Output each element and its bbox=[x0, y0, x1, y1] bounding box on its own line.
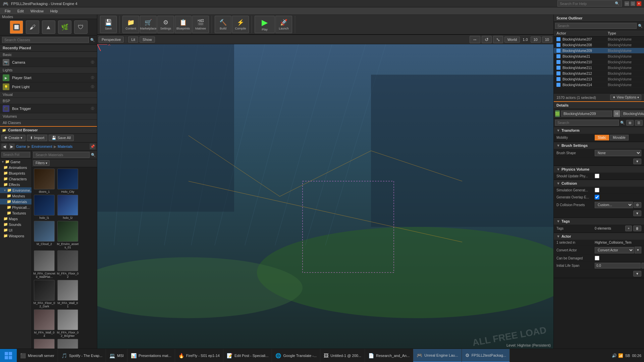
placed-item-pointlight[interactable]: 💡 Point Light ⓪ bbox=[0, 82, 97, 92]
brush-settings-header[interactable]: ▼ Brush Settings bbox=[554, 142, 644, 149]
start-button[interactable] bbox=[0, 349, 17, 362]
can-be-damaged-checkbox[interactable] bbox=[595, 256, 599, 260]
asset-wall05[interactable]: M_FFA_Wall_05 bbox=[57, 339, 79, 349]
so-item-4[interactable]: BlockingVolume210 BlockingVolume bbox=[554, 59, 644, 65]
asset-floor02-brighter[interactable]: M_FFA_Floor_02_Brighter bbox=[57, 309, 79, 338]
paint-mode-btn[interactable]: 🖌 bbox=[26, 20, 39, 34]
vp-translate-btn[interactable]: ↔ bbox=[470, 36, 480, 43]
taskbar-untitled[interactable]: 🖼 Untitled-1 @ 200... bbox=[320, 349, 365, 362]
asset-wall04[interactable]: M_FFA_Wall_04 bbox=[33, 309, 55, 338]
taskbar-unreal[interactable]: 🎮 Unreal Engine Lau... bbox=[413, 349, 462, 362]
so-item-3[interactable]: BlockingVolume21 BlockingVolume bbox=[554, 54, 644, 59]
close-btn[interactable]: ✕ bbox=[637, 1, 641, 6]
presets-select[interactable]: Custom... bbox=[595, 202, 633, 208]
tree-maps[interactable]: 📁 Maps bbox=[0, 216, 32, 222]
details-search-input[interactable] bbox=[555, 120, 619, 126]
so-item-5[interactable]: BlockingVolume211 BlockingVolume bbox=[554, 65, 644, 71]
tree-environment[interactable]: ▼ 📁 Environme... bbox=[0, 187, 32, 193]
menu-edit[interactable]: Edit bbox=[14, 8, 27, 14]
nav-back-btn[interactable]: ◀ bbox=[1, 143, 7, 149]
minimize-btn[interactable]: — bbox=[625, 1, 629, 6]
taskbar-minecraft[interactable]: ⬛ Minecraft server bbox=[17, 349, 58, 362]
nav-forward-btn[interactable]: ▶ bbox=[9, 143, 15, 149]
tags-remove-btn[interactable]: 🗑 bbox=[633, 226, 641, 231]
nav-lock-btn[interactable]: 📌 bbox=[90, 143, 96, 149]
tree-game[interactable]: ▼ 📁 Game bbox=[0, 159, 32, 165]
asset-cloud2[interactable]: M_Cloud_2 bbox=[33, 221, 55, 249]
play-btn[interactable]: ▶ Play bbox=[255, 16, 275, 33]
asset-env-assets[interactable]: M_Enviro_assets_01 bbox=[57, 221, 79, 249]
so-item-2[interactable]: BlockingVolume209 BlockingVolume bbox=[554, 48, 644, 54]
actor-file-input[interactable] bbox=[621, 111, 644, 117]
landscape-mode-btn[interactable]: ▲ bbox=[42, 20, 55, 34]
lit-btn[interactable]: Lit bbox=[128, 37, 138, 43]
placed-item-camera[interactable]: 📷 Camera ⓪ bbox=[0, 58, 97, 67]
create-btn[interactable]: ✚ Create ▾ bbox=[1, 135, 25, 141]
convert-actor-dropdown-btn[interactable]: ▼ bbox=[635, 247, 641, 253]
asset-wall04-brighter[interactable]: M_FFA_Wall_04_Brighter... bbox=[33, 339, 55, 349]
vp-rotate-btn[interactable]: ↺ bbox=[482, 36, 492, 43]
so-item-7[interactable]: BlockingVolume213 BlockingVolume bbox=[554, 76, 644, 82]
content-btn[interactable]: 📁 Content bbox=[122, 16, 139, 33]
taskbar-fps[interactable]: ⚙ FPSLL2testPackag... bbox=[462, 349, 510, 362]
taskbar-firefly[interactable]: 🔥 FireFly - S01 ep1-14 bbox=[175, 349, 223, 362]
filters-btn[interactable]: Filters ▾ bbox=[33, 160, 50, 166]
actor-name-input[interactable] bbox=[561, 111, 612, 117]
taskbar-research[interactable]: 📄 Research_and_An... bbox=[365, 349, 413, 362]
taskbar-google[interactable]: 🌐 Google Translate -... bbox=[272, 349, 320, 362]
save-btn[interactable]: 💾 Save bbox=[100, 16, 117, 33]
so-item-1[interactable]: BlockingVolume208 BlockingVolume bbox=[554, 42, 644, 48]
convert-actor-select[interactable]: Convert Actor bbox=[595, 247, 634, 253]
so-item-8[interactable]: BlockingVolume214 BlockingVolume bbox=[554, 82, 644, 88]
foliage-mode-btn[interactable]: 🌿 bbox=[58, 20, 71, 34]
settings-btn[interactable]: ⚙ Settings bbox=[157, 16, 174, 33]
vp-world-btn[interactable]: World bbox=[504, 37, 520, 43]
presets-more-btn[interactable]: ⚙ bbox=[634, 202, 641, 208]
asset-holo-city[interactable]: Holo_City bbox=[57, 169, 79, 193]
tree-textures[interactable]: 📁 Textures bbox=[0, 210, 32, 216]
static-btn[interactable]: Static bbox=[595, 135, 609, 140]
save-all-btn[interactable]: 💾 Save All bbox=[49, 135, 74, 141]
asset-concrete-wall[interactable]: M_FFA_Concrete_WallPlat... bbox=[33, 250, 55, 279]
launch-btn[interactable]: 🚀 Launch bbox=[275, 16, 292, 33]
taskbar-msi[interactable]: 💻 MSI bbox=[106, 349, 127, 362]
brush-shape-select[interactable]: None bbox=[595, 150, 641, 156]
taskbar-spotify[interactable]: 🎵 Spotify - The Evap... bbox=[58, 349, 106, 362]
maximize-btn[interactable]: □ bbox=[631, 1, 635, 6]
import-btn[interactable]: ⬆ Import bbox=[27, 135, 47, 141]
details-list-btn[interactable]: ☰ bbox=[635, 120, 643, 126]
perspective-btn[interactable]: Perspective bbox=[99, 37, 124, 43]
blueprints-btn[interactable]: 📋 Blueprints bbox=[175, 16, 192, 33]
tree-weapons[interactable]: 📁 Weapons bbox=[0, 233, 32, 239]
vp-scale-btn[interactable]: ⤡ bbox=[493, 36, 503, 43]
tree-blueprints[interactable]: 📁 Blueprints bbox=[0, 170, 32, 176]
tree-materials[interactable]: 📁 Materials bbox=[0, 199, 32, 204]
collision-expand-btn[interactable]: ▼ bbox=[633, 210, 641, 216]
so-view-options-btn[interactable]: ▼ View Options ▾ bbox=[610, 95, 641, 100]
asset-holo-l2[interactable]: holo_l2 bbox=[57, 195, 79, 220]
tree-sounds[interactable]: 📁 Sounds bbox=[0, 222, 32, 227]
tree-meshes[interactable]: 📁 Meshes bbox=[0, 193, 32, 199]
transform-header[interactable]: ▼ Transform bbox=[554, 127, 644, 134]
show-btn[interactable]: Show bbox=[140, 37, 155, 43]
tree-characters[interactable]: 📁 Characters bbox=[0, 176, 32, 182]
details-grid-btn[interactable]: ⊞ bbox=[626, 120, 634, 126]
tree-effects[interactable]: 📁 Effects bbox=[0, 182, 32, 187]
so-search-input[interactable] bbox=[555, 23, 637, 29]
placed-item-boxtrigger[interactable]: ⬛ Box Trigger ⓪ bbox=[0, 104, 97, 113]
life-span-input[interactable] bbox=[595, 263, 641, 268]
tags-add-btn[interactable]: + bbox=[625, 226, 632, 231]
materials-search-input[interactable] bbox=[33, 152, 90, 158]
brush-more-btn[interactable]: ▼ bbox=[633, 159, 641, 164]
life-span-more-btn[interactable]: ▼ bbox=[641, 263, 644, 268]
asset-doors1[interactable]: doors_1 bbox=[33, 169, 55, 193]
viewport[interactable]: X Y Z Level: Highrise (Persistent) ALL F… bbox=[97, 44, 553, 349]
tree-ui[interactable]: 📁 UI bbox=[0, 227, 32, 233]
menu-file[interactable]: File bbox=[1, 8, 14, 14]
asset-floor02[interactable]: M_FFA_Floor_02 bbox=[57, 250, 79, 279]
folder-search-input[interactable] bbox=[1, 152, 30, 158]
asset-floor02-dark[interactable]: M_FFA_Floor_02_Dark bbox=[33, 280, 55, 308]
help-search[interactable] bbox=[560, 2, 613, 6]
menu-help[interactable]: Help bbox=[47, 8, 61, 14]
sim-gen-checkbox[interactable] bbox=[595, 188, 599, 192]
